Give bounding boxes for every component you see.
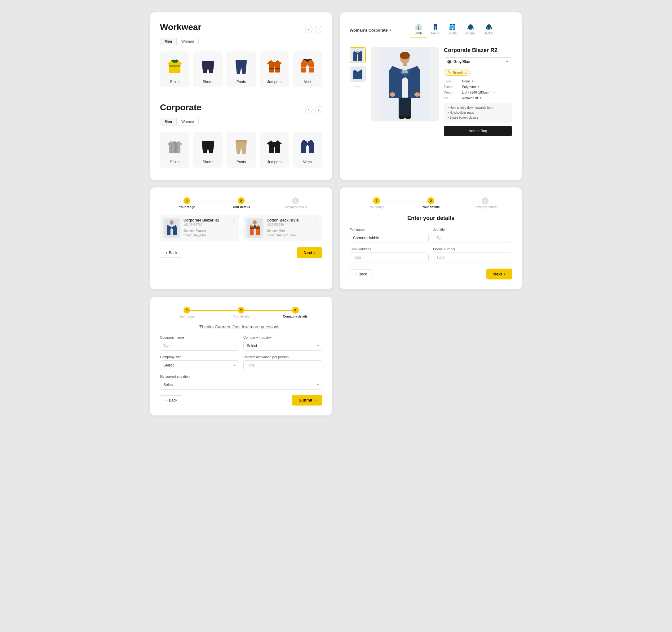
- blazer-name: Corporate Blazer R2: [184, 218, 236, 223]
- add-to-bag-button[interactable]: Add to Bag: [444, 126, 512, 136]
- color-select[interactable]: Grey/Blue ▼: [444, 57, 512, 66]
- step-d2-label: Your details: [422, 205, 440, 209]
- weight-value[interactable]: Light (140-180gsm) ▼: [462, 91, 495, 94]
- blazer-color: Color: Grey/Blue: [184, 233, 236, 237]
- phone-input[interactable]: [433, 252, 512, 262]
- corporate-category-row: Shirts Shorts: [160, 132, 322, 168]
- color-label: Grey/Blue: [454, 59, 470, 64]
- workwear-women-tab[interactable]: Women: [177, 38, 199, 45]
- hivis-details: Cotton Back HiVis #023456789 Gender: Mal…: [267, 218, 319, 237]
- corporate-shirts-icon: [162, 136, 187, 156]
- step-c1-circle: 1: [184, 307, 190, 313]
- svg-rect-2: [169, 65, 181, 67]
- step-d3: 3 Comapny details: [458, 197, 512, 209]
- range-item-hivis: Cotton Back HiVis #023456789 Gender: Mal…: [243, 215, 322, 241]
- fit-label: Fit: [444, 96, 459, 100]
- section-divider: [160, 95, 322, 95]
- details-panel: 1 Your range 2 Your details 3 Comapny de…: [340, 187, 522, 289]
- product-header: Woman's Corporate ▼ 👔 Shirts 👖 Pants 🩳 S…: [350, 22, 512, 42]
- blazer-menu-btn[interactable]: ⋮: [231, 218, 236, 224]
- weight-arrow-icon: ▼: [493, 91, 495, 94]
- details-back-btn[interactable]: ‹ Back: [350, 269, 373, 279]
- svg-rect-12: [309, 67, 314, 68]
- workwear-shirts[interactable]: Shirts: [160, 51, 189, 87]
- step-d1-label: Your range: [369, 205, 384, 209]
- product-tab-jumper[interactable]: 🧥 Jumper: [461, 22, 480, 38]
- jobtitle-input[interactable]: [433, 233, 512, 243]
- svg-rect-21: [202, 141, 214, 143]
- product-tab-shorts[interactable]: 🩳 Shorts: [443, 22, 461, 38]
- workwear-gender-tabs: Men Women: [160, 38, 322, 45]
- range-panel: 1 Your range 2 Your details 3 Comapny de…: [150, 187, 332, 289]
- workwear-men-tab[interactable]: Men: [160, 38, 177, 45]
- svg-marker-26: [301, 140, 314, 153]
- product-body: Back: [350, 47, 512, 136]
- spec-fabric: Fabric Polyester ▼: [444, 85, 512, 89]
- workwear-pants[interactable]: Pants: [226, 51, 256, 87]
- corporate-prev-btn[interactable]: ‹: [305, 106, 312, 113]
- details-next-btn[interactable]: Next ›: [486, 269, 512, 279]
- email-input[interactable]: [350, 252, 429, 262]
- branding-pencil-icon: ✏️: [447, 70, 452, 74]
- product-tab-pants[interactable]: 👖 Pants: [427, 22, 443, 38]
- company-panel: 1 Your range 2 Your details 3 Comapny de…: [150, 297, 332, 415]
- company-back-btn[interactable]: ‹ Back: [160, 395, 183, 405]
- company-submit-btn[interactable]: Submit ›: [292, 395, 322, 406]
- svg-rect-3: [202, 61, 214, 62]
- tape-value[interactable]: None ▼: [462, 79, 474, 83]
- branding-tag[interactable]: ✏️ Branding: [444, 69, 470, 76]
- fullname-input[interactable]: [350, 233, 429, 243]
- blazer-sku: #0123456789: [184, 223, 236, 226]
- product-thumbs: Back: [350, 47, 366, 136]
- corporate-vests[interactable]: Vests: [293, 132, 322, 168]
- company-name-input[interactable]: [160, 341, 239, 351]
- svg-marker-7: [267, 60, 282, 73]
- product-tab-jacket[interactable]: 🧥 Jacket: [480, 22, 498, 38]
- company-industry-select[interactable]: Select Construction Mining Healthcare Fi…: [243, 341, 322, 351]
- product-info: Corporate Blazer R2 Grey/Blue ▼ ✏️ Brand…: [444, 47, 512, 136]
- corporate-jumpers[interactable]: Jumpers: [260, 132, 289, 168]
- next-chevron-icon: ›: [314, 250, 315, 255]
- browse-panel: Workwear ‹ › Men Women: [150, 12, 332, 180]
- company-industry-label: Company industry: [243, 335, 322, 339]
- corporate-gender-tabs: Men Women: [160, 118, 322, 125]
- workwear-shorts[interactable]: Shorts: [193, 51, 222, 87]
- workwear-vest[interactable]: Vest: [293, 51, 322, 87]
- range-back-btn[interactable]: ‹ Back: [160, 248, 183, 258]
- workwear-prev-btn[interactable]: ‹: [305, 26, 312, 33]
- email-group: Email address: [350, 247, 429, 262]
- hivis-sku: #023456789: [267, 223, 319, 226]
- range-footer: ‹ Back Next ›: [160, 247, 322, 258]
- fit-value[interactable]: Relaxed fit ▼: [462, 96, 482, 100]
- workwear-next-btn[interactable]: ›: [315, 26, 322, 33]
- weight-label: Weight: [444, 91, 459, 94]
- corporate-men-tab[interactable]: Men: [160, 118, 177, 125]
- range-next-btn[interactable]: Next ›: [297, 247, 322, 258]
- corporate-shorts[interactable]: Shorts: [193, 132, 222, 168]
- corporate-women-tab[interactable]: Women: [177, 118, 199, 125]
- thumb-front[interactable]: [350, 47, 366, 63]
- spec-fit: Fit Relaxed fit ▼: [444, 96, 512, 100]
- fabric-value[interactable]: Polyester ▼: [462, 85, 480, 89]
- product-tab-shirts[interactable]: 👔 Shirts: [410, 22, 427, 38]
- details-contact-row: Email address Phone number: [350, 247, 512, 262]
- allowance-input[interactable]: [243, 360, 322, 370]
- situation-select[interactable]: Select Setting up new workwear Replacing…: [160, 380, 322, 390]
- svg-point-49: [170, 220, 174, 225]
- workwear-jumpers[interactable]: Jumpers: [260, 51, 289, 87]
- svg-marker-54: [250, 227, 260, 229]
- submit-chevron-icon: ›: [314, 398, 315, 402]
- workwear-section: Workwear ‹ › Men Women: [160, 22, 322, 87]
- workwear-title: Workwear: [160, 22, 201, 32]
- thumb-back[interactable]: [350, 66, 366, 82]
- allowance-group: Uniform allowance per person: [243, 355, 322, 370]
- corporate-next-btn[interactable]: ›: [315, 106, 322, 113]
- step-d2-circle: 2: [428, 197, 434, 204]
- collection-select[interactable]: Woman's Corporate ▼: [350, 28, 392, 32]
- corporate-shirts[interactable]: Shirts: [160, 132, 189, 168]
- hivis-menu-btn[interactable]: ⋮: [314, 218, 319, 224]
- company-size-select[interactable]: Select 1-10 11-50 51-200 200+: [160, 360, 239, 370]
- corporate-pants[interactable]: Pants: [226, 132, 256, 168]
- spec-tape: Tape None ▼: [444, 79, 512, 83]
- pants-tab-label: Pants: [431, 32, 439, 35]
